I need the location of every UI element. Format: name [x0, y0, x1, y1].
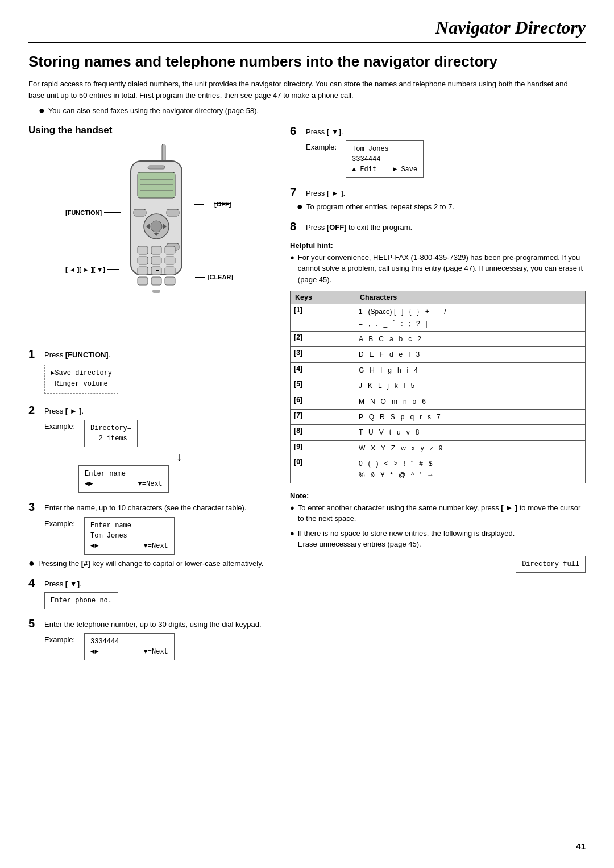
table-row: [0] 0 ( ) < > ! " # $ % & ¥ * @ ^ ' →: [291, 456, 586, 483]
step-2-lcd2-wrap: Enter name ◄► ▼=Next: [78, 465, 273, 493]
step-4: 4 Press [ ▼]. Enter phone no.: [28, 577, 273, 609]
step-5-example-label: Example:: [44, 633, 78, 644]
phone-illustration-container: [FUNCTION] [OFF] [ ◄ ][ ► ][ ▼]: [28, 144, 273, 337]
step-8-num: 8: [290, 220, 301, 233]
intro-bullet: ● You can also send faxes using the navi…: [39, 105, 586, 117]
bullet-icon-4: ●: [290, 252, 294, 263]
helpful-hint-title: Helpful hint:: [290, 241, 586, 250]
key-7: [7]: [291, 409, 355, 424]
chars-9: W X Y Z w x y z 9: [355, 440, 585, 456]
step-2-num: 2: [28, 404, 40, 416]
directory-full-wrap: Directory full: [290, 556, 586, 573]
clear-label-text: CLEAR: [209, 274, 231, 280]
step-2-header: 2 Press [ ► ].: [28, 404, 273, 417]
note-section: Note: ● To enter another character using…: [290, 491, 586, 573]
phone-drawing-wrap: [FUNCTION] [OFF] [ ◄ ][ ► ][ ▼]: [65, 144, 236, 337]
table-row: [7] P Q R S p q r s 7: [291, 409, 586, 424]
page-title: Navigator Directory: [28, 17, 586, 38]
nav-label: [ ◄ ][ ► ][ ▼]: [65, 266, 119, 273]
section-heading-handset: Using the handset: [28, 125, 273, 136]
clear-line-h: [195, 277, 205, 278]
step-3-num: 3: [28, 501, 40, 513]
note-bullet-1: ● To enter another character using the s…: [290, 502, 586, 524]
step-8-text: Press [OFF] to exit the program.: [306, 220, 412, 233]
step-3-example-label: Example:: [44, 517, 78, 528]
step-4-text: Press [ ▼].: [44, 577, 82, 590]
svg-point-8: [151, 221, 162, 232]
main-title: Storing names and telephone numbers into…: [28, 53, 586, 71]
svg-rect-18: [138, 257, 148, 264]
table-row: [9] W X Y Z w x y z 9: [291, 440, 586, 456]
intro-bullet-text: You can also send faxes using the naviga…: [48, 105, 259, 117]
svg-rect-22: [151, 267, 161, 275]
step-6: 6 Press [ ▼]. Example: Tom Jones 3334444…: [290, 125, 586, 179]
chars-6: M N O m n o 6: [355, 394, 585, 409]
step-7-text: Press [ ► ].: [306, 186, 345, 199]
step-1: 1 Press [FUNCTION]. ▶Save directory Ring…: [28, 348, 273, 396]
step-7: 7 Press [ ► ]. ● To program other entrie…: [290, 186, 586, 212]
left-column: Using the handset [FUNCTION] [OFF]: [28, 125, 273, 668]
table-header-keys: Keys: [291, 291, 355, 304]
svg-rect-16: [151, 246, 161, 254]
svg-rect-23: [165, 267, 175, 275]
step-6-example-label: Example:: [306, 140, 340, 151]
chars-8: T U V t u v 8: [355, 425, 585, 440]
step-5-header: 5 Enter the telephone number, up to 30 d…: [28, 617, 273, 630]
phone-svg: [114, 144, 188, 332]
step-2-lcd1: Directory= 2 items: [84, 420, 138, 447]
svg-rect-25: [151, 277, 161, 285]
table-row: [6] M N O m n o 6: [291, 394, 586, 409]
step-3-text: Enter the name, up to 10 characters (see…: [44, 501, 247, 514]
right-column: 6 Press [ ▼]. Example: Tom Jones 3334444…: [290, 125, 586, 668]
key-4: [4]: [291, 362, 355, 378]
table-row: [3] D E F d e f 3: [291, 347, 586, 362]
step-2-arrow: ↓: [28, 450, 273, 464]
step-4-header: 4 Press [ ▼].: [28, 577, 273, 590]
off-label-text: OFF: [217, 201, 229, 208]
note-bullet-2: ● If there is no space to store new entr…: [290, 528, 586, 550]
svg-rect-20: [165, 257, 175, 264]
svg-rect-19: [151, 257, 161, 264]
step-6-num: 6: [290, 125, 301, 137]
step-6-lcd: Tom Jones 3334444 ▲=Edit ►=Save: [346, 140, 424, 178]
key-1: [1]: [291, 304, 355, 332]
directory-full-lcd: Directory full: [516, 556, 586, 573]
step-3: 3 Enter the name, up to 10 characters (s…: [28, 501, 273, 569]
step-4-num: 4: [28, 577, 40, 589]
step-2-text: Press [ ► ].: [44, 404, 84, 417]
chars-7: P Q R S p q r s 7: [355, 409, 585, 424]
chars-0: 0 ( ) < > ! " # $ % & ¥ * @ ^ ' →: [355, 456, 585, 483]
step-2: 2 Press [ ► ]. Example: Directory= 2 ite…: [28, 404, 273, 493]
step-7-header: 7 Press [ ► ].: [290, 186, 586, 199]
svg-rect-12: [134, 209, 146, 216]
step-6-text: Press [ ▼].: [306, 125, 343, 138]
helpful-hint-bullet: ● For your convenience, HELP-FAX (1-800-…: [290, 252, 586, 286]
clear-label: [CLEAR]: [208, 274, 233, 280]
note-bullet-1-text: To enter another character using the sam…: [298, 502, 586, 524]
key-9: [9]: [291, 440, 355, 456]
svg-rect-17: [165, 246, 175, 254]
clear-bracket-close: ]: [231, 274, 233, 280]
page-number: 41: [576, 841, 586, 851]
step-1-text: Press [FUNCTION].: [44, 348, 110, 361]
bullet-icon-6: ●: [290, 528, 294, 539]
note-title: Note:: [290, 491, 586, 500]
chars-3: D E F d e f 3: [355, 347, 585, 362]
note-bullet-2-text: If there is no space to store new entrie…: [298, 528, 515, 550]
page: Navigator Directory Storing names and te…: [0, 0, 614, 868]
step-7-bullet-text: To program other entries, repeat steps 2…: [306, 201, 454, 213]
key-0: [0]: [291, 456, 355, 483]
step-2-example-label: Example:: [44, 420, 78, 431]
off-label: [OFF]: [214, 201, 231, 204]
keys-characters-table: Keys Characters [1] 1 (Space) [ ] { } + …: [290, 291, 586, 483]
function-label: [FUNCTION]: [65, 209, 121, 216]
step-1-num: 1: [28, 348, 40, 360]
key-2: [2]: [291, 331, 355, 346]
table-row: [8] T U V t u v 8: [291, 425, 586, 440]
arrow-down-icon: ↓: [176, 450, 182, 464]
key-5: [5]: [291, 378, 355, 394]
key-3: [3]: [291, 347, 355, 362]
off-line-h: [194, 204, 204, 205]
step-3-lcd-wrap: Example: Enter name Tom Jones ◄► ▼=Next: [44, 517, 273, 555]
intro-para-1: For rapid access to frequently dialed nu…: [28, 78, 586, 101]
